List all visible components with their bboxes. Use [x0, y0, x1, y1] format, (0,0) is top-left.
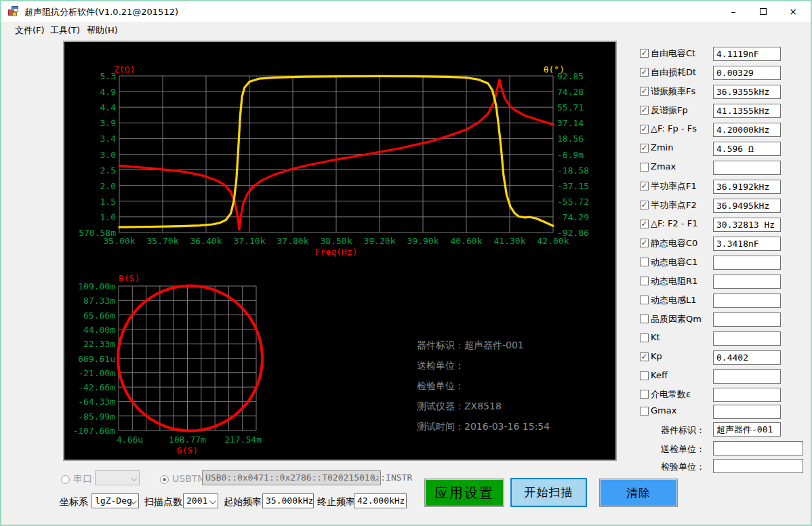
checked-checkbox[interactable]: ✓ — [640, 49, 649, 58]
result-value-field[interactable]: 0.00329 — [713, 66, 781, 80]
result-label: 反谐振Fp — [651, 104, 688, 117]
submit-unit-label: 送检单位： — [661, 443, 705, 456]
unchecked-checkbox[interactable] — [640, 371, 649, 380]
result-value-field[interactable] — [713, 256, 781, 270]
apply-settings-button[interactable]: 应用设置 — [424, 479, 504, 507]
tick-label: 65.66m — [83, 310, 115, 321]
tick-label: 38.50k — [321, 236, 352, 246]
window-title: 超声阻抗分析软件(V1.0.21@201512) — [24, 6, 178, 18]
device-id-row: 器件标识： 超声器件-001 — [630, 422, 808, 439]
tick-label: 22.33m — [83, 339, 115, 349]
inspect-unit-field[interactable] — [713, 459, 803, 473]
result-label: Zmin — [651, 142, 673, 153]
menu-help[interactable]: 帮助(H) — [83, 22, 122, 39]
tick-label: 55.71 — [557, 102, 584, 113]
checked-checkbox[interactable]: ✓ — [640, 106, 649, 115]
unchecked-checkbox[interactable] — [640, 163, 649, 171]
tick-label: 3.9 — [100, 118, 116, 128]
coord-system-combo[interactable]: lgZ-Deg — [92, 493, 139, 508]
submit-unit-field[interactable] — [713, 441, 803, 456]
tick-label: 3.4 — [100, 134, 117, 144]
checked-checkbox[interactable]: ✓ — [640, 201, 649, 209]
chevron-down-icon — [372, 474, 379, 481]
checked-checkbox[interactable]: ✓ — [640, 352, 649, 361]
unchecked-checkbox[interactable] — [640, 407, 649, 416]
result-value-field[interactable]: 30.32813 Hz — [713, 218, 781, 232]
checked-checkbox[interactable]: ✓ — [640, 182, 649, 190]
tick-label: 37.10k — [234, 236, 266, 246]
result-label: △F: Fp - Fs — [651, 123, 697, 134]
menu-bar: 文件(F) 工具(T) 帮助(H) — [1, 22, 811, 39]
tick-label: 18.56 — [557, 134, 584, 144]
result-label: 动态电容C1 — [651, 256, 697, 268]
checked-checkbox[interactable]: ✓ — [640, 144, 649, 153]
stop-freq-field[interactable]: 42.000kHz — [354, 493, 407, 508]
chart-panel: 5.34.94.43.93.43.02.52.01.51.0570.58m92.… — [63, 41, 617, 461]
result-value-field[interactable] — [713, 405, 781, 419]
unchecked-checkbox[interactable] — [640, 296, 649, 304]
stop-freq-label: 终止频率 — [317, 496, 355, 508]
tick-label: -107.66m — [73, 426, 115, 436]
result-row: ✓自由损耗Dt0.00329 — [640, 66, 807, 82]
result-value-field[interactable]: 4.1119nF — [713, 47, 781, 61]
menu-file[interactable]: 文件(F) — [11, 22, 49, 39]
result-value-field[interactable]: 3.3418nF — [713, 237, 781, 251]
result-value-field[interactable]: 36.9355kHz — [713, 85, 781, 99]
serial-radio[interactable] — [61, 475, 70, 484]
checked-checkbox[interactable]: ✓ — [640, 87, 649, 96]
result-row: ✓△F: Fp - Fs4.20000kHz — [640, 123, 807, 139]
result-value-field[interactable] — [713, 369, 781, 384]
unchecked-checkbox[interactable] — [640, 258, 649, 266]
clear-button[interactable]: 清除 — [599, 479, 678, 507]
result-label: 静态电容C0 — [651, 237, 697, 249]
tick-label: 87.33m — [83, 296, 115, 306]
unchecked-checkbox[interactable] — [640, 333, 649, 342]
tick-label: 2.5 — [100, 165, 116, 176]
result-value-field[interactable] — [713, 312, 781, 327]
result-row: Zmax — [640, 161, 807, 177]
checked-checkbox[interactable]: ✓ — [640, 220, 649, 228]
device-id-field[interactable]: 超声器件-001 — [713, 422, 781, 437]
result-value-field[interactable] — [713, 161, 781, 175]
close-button[interactable]: × — [778, 1, 808, 22]
usbtmc-address-combo[interactable]: USB0::0x0471::0x2786::T020215010::INSTR — [202, 470, 381, 485]
inspect-unit-label: 检验单位： — [661, 461, 705, 473]
checked-checkbox[interactable]: ✓ — [640, 68, 649, 77]
menu-tools[interactable]: 工具(T) — [46, 22, 84, 39]
checked-checkbox[interactable]: ✓ — [640, 125, 649, 134]
result-value-field[interactable] — [713, 275, 781, 289]
inspect-unit-row: 检验单位： — [630, 459, 808, 475]
start-scan-button[interactable]: 开始扫描 — [510, 478, 587, 507]
result-row: ✓Zmin4.596 Ω — [640, 142, 807, 158]
tick-label: Z(Ω) — [114, 64, 135, 75]
result-value-field[interactable]: 4.20000kHz — [713, 123, 781, 137]
minimize-button[interactable]: – — [718, 1, 748, 22]
result-value-field[interactable]: 0.4402 — [713, 350, 781, 365]
result-value-field[interactable] — [713, 294, 781, 308]
result-value-field[interactable]: 36.9495kHz — [713, 199, 781, 213]
checked-checkbox[interactable]: ✓ — [640, 239, 649, 247]
result-value-field[interactable]: 36.9192kHz — [713, 180, 781, 194]
result-label: Keff — [651, 370, 668, 380]
usbtmc-radio[interactable] — [160, 475, 169, 484]
chevron-down-icon — [209, 498, 216, 504]
tick-label: 74.28 — [557, 87, 584, 97]
result-value-field[interactable] — [713, 388, 781, 402]
result-value-field[interactable]: 41.1355kHz — [713, 104, 781, 118]
chevron-down-icon — [130, 498, 137, 504]
serial-port-combo[interactable] — [95, 470, 140, 485]
tick-label: 669.61u — [78, 354, 115, 364]
app-icon — [8, 6, 19, 17]
result-value-field[interactable] — [713, 331, 781, 346]
unchecked-checkbox[interactable] — [640, 277, 649, 285]
start-freq-field[interactable]: 35.000kHz — [262, 493, 314, 508]
coord-system-label: 坐标系 — [60, 496, 88, 508]
unchecked-checkbox[interactable] — [640, 315, 649, 323]
scan-points-combo[interactable]: 2001 — [183, 493, 218, 508]
result-value-field[interactable]: 4.596 Ω — [713, 142, 781, 156]
tick-label: 35.70k — [147, 236, 179, 246]
tick-label: B(S) — [119, 273, 140, 283]
start-freq-label: 起始频率 — [224, 496, 262, 508]
maximize-button[interactable] — [748, 1, 778, 22]
unchecked-checkbox[interactable] — [640, 390, 649, 399]
